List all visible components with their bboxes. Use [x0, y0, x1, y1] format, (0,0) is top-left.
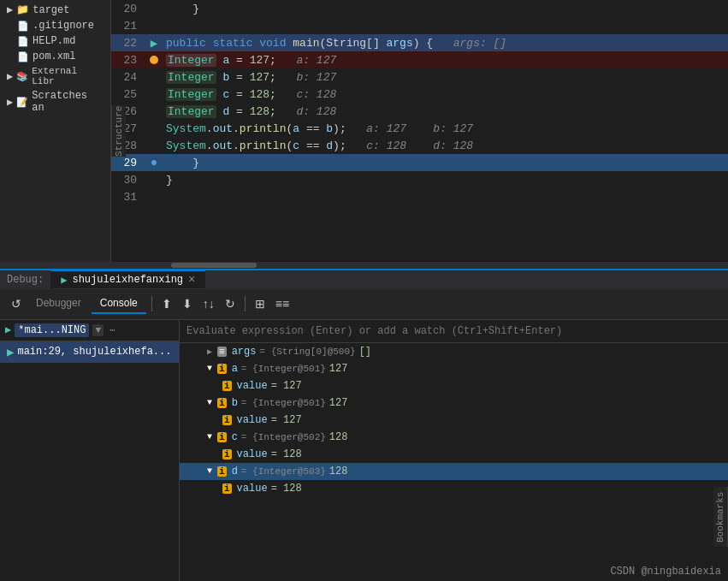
- line-number: 22: [111, 37, 145, 50]
- tab-console[interactable]: Console: [92, 293, 146, 314]
- code-line-25: 25 Integer c = 128; c: 128: [111, 86, 728, 103]
- var-item-b-value[interactable]: i value = 127: [180, 412, 728, 429]
- sidebar-item-external-libs[interactable]: ▶ 📚 External Libr: [0, 64, 110, 88]
- var-value-d-value: = 128: [271, 483, 302, 495]
- frame-item-main[interactable]: ▶ main:29, shujuleixhefa...: [0, 341, 179, 363]
- filter-icon[interactable]: ▼: [92, 324, 104, 336]
- var-item-a-value[interactable]: i value = 127: [180, 377, 728, 394]
- line-content: Integer a = 127; a: 127: [163, 54, 728, 67]
- var-value-b: 127: [329, 397, 348, 409]
- frame-label: main:29, shujuleixhefa...: [17, 346, 171, 358]
- sidebar-item-label: target: [33, 4, 69, 16]
- line-number: 29: [111, 157, 145, 169]
- line-content: Integer c = 128; c: 128: [163, 88, 728, 101]
- var-name-b: b: [232, 397, 238, 409]
- run-icon: ▶: [5, 323, 11, 336]
- toolbar-separator: [151, 296, 152, 311]
- close-tab-icon[interactable]: ×: [188, 273, 195, 287]
- var-item-c[interactable]: ▼ i c = {Integer@502} 128: [180, 429, 728, 446]
- var-name-d: d: [232, 465, 238, 477]
- sidebar-item-helpmd[interactable]: 📄 HELP.md: [0, 33, 110, 49]
- more-options-icon[interactable]: ⋯: [107, 323, 118, 336]
- var-item-c-value[interactable]: i value = 128: [180, 446, 728, 463]
- sidebar-item-gitignore[interactable]: 📄 .gitignore: [0, 18, 110, 33]
- toolbar-separator2: [245, 296, 246, 311]
- line-gutter: [145, 56, 163, 64]
- var-value-c: 128: [329, 431, 348, 443]
- variables-panel: ▶ ≡ args = {String[0]@500} [] ▼ i a = {I…: [180, 320, 728, 582]
- code-line-29: 29 ● }: [111, 154, 728, 171]
- sidebar-item-pomxml[interactable]: 📄 pom.xml: [0, 49, 110, 64]
- var-value-d: 128: [329, 465, 348, 477]
- horizontal-scrollbar[interactable]: [0, 262, 728, 269]
- code-line-28: 28 System.out.println(c == d); c: 128 d:…: [111, 137, 728, 154]
- expand-icon-c: ▼: [207, 432, 212, 442]
- expand-icon-a: ▼: [207, 364, 212, 373]
- play-icon: ▶: [7, 345, 14, 359]
- line-gutter: ▶: [145, 36, 163, 50]
- var-type-c: = {Integer@502}: [241, 432, 326, 442]
- var-name-c-value: value: [237, 448, 268, 460]
- value-icon-a: i: [222, 381, 232, 391]
- scratch-icon: 📝: [16, 97, 28, 108]
- step-out-button[interactable]: ↑↓: [198, 294, 219, 313]
- collapse-icon: ▶: [207, 347, 212, 357]
- sidebar-item-label: HELP.md: [33, 35, 75, 47]
- var-name-c: c: [232, 431, 238, 443]
- exec-indicator: [150, 56, 158, 64]
- line-content: System.out.println(a == b); a: 127 b: 12…: [163, 122, 728, 135]
- expand-icon-d: ▼: [207, 466, 212, 476]
- debug-tab[interactable]: ▶ shujuleixhefanxing ×: [50, 270, 205, 288]
- object-icon-a: i: [217, 364, 227, 374]
- line-number: 20: [111, 3, 145, 15]
- scroll-thumb[interactable]: [171, 263, 257, 268]
- line-content: }: [163, 174, 728, 187]
- debug-bar: Debug: ▶ shujuleixhefanxing ×: [0, 269, 728, 289]
- code-line-20: 20 }: [111, 0, 728, 17]
- libs-icon: 📚: [16, 71, 28, 82]
- var-item-a[interactable]: ▼ i a = {Integer@501} 127: [180, 360, 728, 377]
- object-icon-b: i: [217, 398, 227, 408]
- var-item-d-value[interactable]: i value = 128: [180, 480, 728, 497]
- var-type-d: = {Integer@503}: [241, 466, 326, 477]
- debug-label: Debug:: [7, 274, 44, 286]
- var-item-b[interactable]: ▼ i b = {Integer@501} 127: [180, 394, 728, 412]
- var-item-d[interactable]: ▼ i d = {Integer@503} 128: [180, 463, 728, 480]
- step-over-button[interactable]: ⬆: [157, 294, 176, 313]
- line-content: Integer b = 127; b: 127: [163, 71, 728, 84]
- array-icon: ≡: [217, 347, 227, 357]
- eval-input[interactable]: [180, 320, 728, 343]
- current-line-icon: ●: [151, 156, 157, 169]
- sidebar-item-target[interactable]: ▶ 📁 target: [0, 2, 110, 18]
- line-gutter: ●: [145, 156, 163, 169]
- frames-filter-label[interactable]: *mai...NING: [15, 323, 89, 337]
- tab-debugger[interactable]: Debugger: [27, 293, 90, 314]
- sidebar-item-label: Scratches an: [32, 90, 104, 114]
- folder-arrow-icon: ▶: [7, 96, 13, 109]
- var-type-args: = {String[0]@500}: [259, 347, 355, 357]
- code-editor: 20 } 21 22 ▶ public static void main(Str…: [111, 0, 728, 262]
- var-value-a-value: = 127: [271, 380, 302, 392]
- debugger-area: ▶ *mai...NING ▼ ⋯ ▶ main:29, shujuleixhe…: [0, 320, 728, 582]
- var-item-args[interactable]: ▶ ≡ args = {String[0]@500} []: [180, 343, 728, 360]
- expand-icon-b: ▼: [207, 398, 212, 407]
- object-icon-c: i: [217, 432, 227, 442]
- code-view: 20 } 21 22 ▶ public static void main(Str…: [111, 0, 728, 262]
- line-number: 23: [111, 54, 145, 67]
- code-line-24: 24 Integer b = 127; b: 127: [111, 68, 728, 86]
- sidebar-item-scratches[interactable]: ▶ 📝 Scratches an: [0, 88, 110, 116]
- var-value-c-value: = 128: [271, 448, 302, 460]
- file-tree: ▶ 📁 target 📄 .gitignore 📄 HELP.md 📄 pom.…: [0, 0, 111, 262]
- var-value-a: 127: [329, 363, 348, 375]
- run-to-cursor-button[interactable]: ↻: [221, 294, 240, 313]
- step-into-button[interactable]: ⬇: [178, 294, 197, 313]
- line-content: Integer d = 128; d: 128: [163, 105, 728, 118]
- debug-session-icon: ▶: [61, 274, 67, 287]
- view-breakpoints-button[interactable]: ⊞: [251, 294, 269, 313]
- line-content: }: [163, 157, 728, 169]
- sidebar-item-label: External Libr: [32, 66, 104, 86]
- restart-button[interactable]: ↺: [7, 294, 26, 313]
- folder-icon: 📁: [16, 3, 29, 16]
- mute-breakpoints-button[interactable]: ≡≡: [271, 294, 293, 313]
- line-number: 31: [111, 191, 145, 204]
